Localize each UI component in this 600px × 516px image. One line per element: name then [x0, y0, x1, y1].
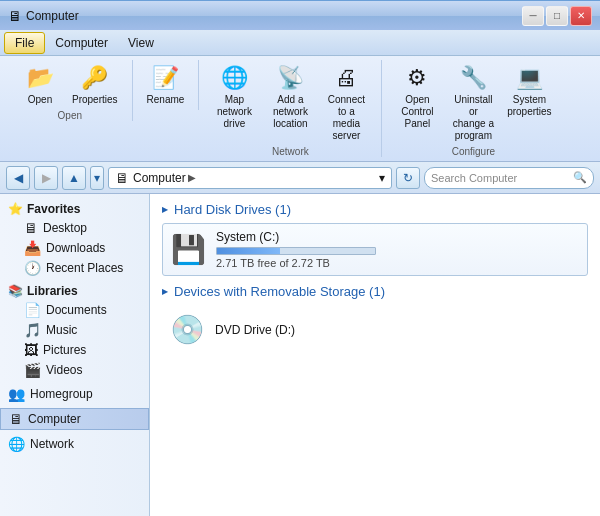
dvd-drive-item[interactable]: 💿 DVD Drive (D:)	[162, 305, 588, 354]
recent-btn[interactable]: ▾	[90, 166, 104, 190]
ribbon-group-network: 🌐 Map network drive 📡 Add a network loca…	[199, 60, 382, 157]
search-placeholder: Search Computer	[431, 172, 517, 184]
homegroup-icon: 👥	[8, 386, 25, 402]
videos-label: Videos	[46, 363, 82, 377]
sidebar-section-homegroup: 👥 Homegroup	[0, 384, 149, 404]
homegroup-label: Homegroup	[30, 387, 93, 401]
menu-bar: File Computer View	[0, 30, 600, 56]
sidebar-section-network: 🌐 Network	[0, 434, 149, 454]
recent-places-label: Recent Places	[46, 261, 123, 275]
sidebar-item-pictures[interactable]: 🖼 Pictures	[0, 340, 149, 360]
rename-label: Rename	[147, 94, 185, 106]
properties-icon: 🔑	[79, 62, 111, 94]
content-pane: Hard Disk Drives (1) 💾 System (C:) 2.71 …	[150, 194, 600, 516]
sidebar-item-recent-places[interactable]: 🕐 Recent Places	[0, 258, 149, 278]
refresh-button[interactable]: ↻	[396, 167, 420, 189]
sidebar-item-music[interactable]: 🎵 Music	[0, 320, 149, 340]
ribbon-btn-open[interactable]: 📂 Open	[16, 60, 64, 108]
sidebar-header-favorites[interactable]: ⭐ Favorites	[0, 200, 149, 218]
hard-drives-title: Hard Disk Drives (1)	[174, 202, 291, 217]
uninstall-icon: 🔧	[457, 62, 489, 94]
music-icon: 🎵	[24, 322, 41, 338]
ribbon-btn-control-panel[interactable]: ⚙ Open Control Panel	[390, 60, 444, 132]
ribbon-btn-media-server[interactable]: 🖨 Connect to a media server	[319, 60, 373, 144]
sidebar-item-documents[interactable]: 📄 Documents	[0, 300, 149, 320]
dvd-drive-name: DVD Drive (D:)	[215, 323, 295, 337]
search-icon[interactable]: 🔍	[573, 171, 587, 184]
media-server-icon: 🖨	[330, 62, 362, 94]
desktop-label: Desktop	[43, 221, 87, 235]
system-drive-icon: 💾	[171, 233, 206, 266]
favorites-star-icon: ⭐	[8, 202, 23, 216]
sidebar-item-desktop[interactable]: 🖥 Desktop	[0, 218, 149, 238]
favorites-label: Favorites	[27, 202, 80, 216]
pictures-icon: 🖼	[24, 342, 38, 358]
control-panel-icon: ⚙	[401, 62, 433, 94]
menu-view[interactable]: View	[118, 33, 164, 53]
ribbon-group-configure-title: Configure	[452, 146, 495, 157]
pictures-label: Pictures	[43, 343, 86, 357]
ribbon-group-organize: 📝 Rename	[133, 60, 200, 110]
ribbon-btn-map-drive[interactable]: 🌐 Map network drive	[207, 60, 261, 132]
network-label: Network	[30, 437, 74, 451]
ribbon-group-configure: ⚙ Open Control Panel 🔧 Uninstall or chan…	[382, 60, 564, 157]
dvd-drive-icon: 💿	[170, 313, 205, 346]
title-bar: 🖥 Computer ─ □ ✕	[0, 0, 600, 30]
sidebar-header-libraries[interactable]: 📚 Libraries	[0, 282, 149, 300]
sidebar-item-videos[interactable]: 🎬 Videos	[0, 360, 149, 380]
up-button[interactable]: ▲	[62, 166, 86, 190]
downloads-icon: 📥	[24, 240, 41, 256]
hard-drives-header: Hard Disk Drives (1)	[162, 202, 588, 217]
open-icon: 📂	[24, 62, 56, 94]
ribbon-btn-system[interactable]: 💻 System properties	[502, 60, 556, 120]
drive-bar-container	[216, 247, 376, 255]
sidebar-item-computer[interactable]: 🖥 Computer	[0, 408, 149, 430]
sidebar-item-network[interactable]: 🌐 Network	[0, 434, 149, 454]
path-arrow: ▶	[188, 172, 196, 183]
ribbon-buttons-configure: ⚙ Open Control Panel 🔧 Uninstall or chan…	[390, 60, 556, 144]
sidebar-section-computer: 🖥 Computer	[0, 408, 149, 430]
close-button[interactable]: ✕	[570, 6, 592, 26]
forward-button[interactable]: ▶	[34, 166, 58, 190]
documents-icon: 📄	[24, 302, 41, 318]
sidebar-item-homegroup[interactable]: 👥 Homegroup	[0, 384, 149, 404]
uninstall-label: Uninstall or change a program	[452, 94, 494, 142]
sidebar-item-downloads[interactable]: 📥 Downloads	[0, 238, 149, 258]
media-server-label: Connect to a media server	[325, 94, 367, 142]
menu-computer[interactable]: Computer	[45, 33, 118, 53]
dropdown-arrow[interactable]: ▾	[90, 166, 104, 190]
computer-icon: 🖥	[9, 411, 23, 427]
ribbon-buttons-network: 🌐 Map network drive 📡 Add a network loca…	[207, 60, 373, 144]
add-location-icon: 📡	[274, 62, 306, 94]
videos-icon: 🎬	[24, 362, 41, 378]
sidebar-section-libraries: 📚 Libraries 📄 Documents 🎵 Music 🖼 Pictur…	[0, 282, 149, 380]
menu-file[interactable]: File	[4, 32, 45, 54]
main-area: ⭐ Favorites 🖥 Desktop 📥 Downloads 🕐 Rece…	[0, 194, 600, 516]
minimize-button[interactable]: ─	[522, 6, 544, 26]
ribbon-btn-add-location[interactable]: 📡 Add a network location	[263, 60, 317, 132]
path-text: Computer	[133, 171, 186, 185]
back-button[interactable]: ◀	[6, 166, 30, 190]
desktop-icon: 🖥	[24, 220, 38, 236]
ribbon-group-open-title: Open	[58, 110, 82, 121]
search-field[interactable]: Search Computer 🔍	[424, 167, 594, 189]
ribbon-btn-uninstall[interactable]: 🔧 Uninstall or change a program	[446, 60, 500, 144]
control-panel-label: Open Control Panel	[396, 94, 438, 130]
address-field[interactable]: 🖥 Computer ▶ ▾	[108, 167, 392, 189]
ribbon-group-open: 📂 Open 🔑 Properties Open	[8, 60, 133, 121]
network-icon: 🌐	[8, 436, 25, 452]
ribbon-btn-properties[interactable]: 🔑 Properties	[66, 60, 124, 108]
removable-title: Devices with Removable Storage (1)	[174, 284, 385, 299]
maximize-button[interactable]: □	[546, 6, 568, 26]
sidebar-section-favorites: ⭐ Favorites 🖥 Desktop 📥 Downloads 🕐 Rece…	[0, 200, 149, 278]
dropdown-icon[interactable]: ▾	[379, 171, 385, 185]
title-bar-left: 🖥 Computer	[8, 8, 79, 24]
libraries-icon: 📚	[8, 284, 23, 298]
recent-places-icon: 🕐	[24, 260, 41, 276]
system-drive-free: 2.71 TB free of 2.72 TB	[216, 257, 376, 269]
libraries-label: Libraries	[27, 284, 78, 298]
system-icon: 💻	[513, 62, 545, 94]
ribbon-btn-rename[interactable]: 📝 Rename	[141, 60, 191, 108]
system-drive-item[interactable]: 💾 System (C:) 2.71 TB free of 2.72 TB	[162, 223, 588, 276]
computer-label: Computer	[28, 412, 81, 426]
